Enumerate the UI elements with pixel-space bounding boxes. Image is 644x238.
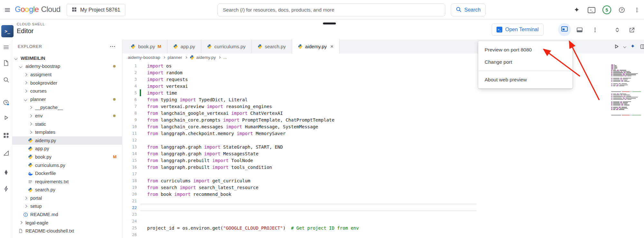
gem-icon[interactable]: [3, 169, 10, 176]
tree-item-aidemy-boostrap[interactable]: aidemy-boostrap: [12, 62, 122, 71]
active-sessions-badge[interactable]: 5: [602, 5, 611, 14]
tree-item-app-py[interactable]: app.py: [12, 145, 122, 153]
panel-drag-handle[interactable]: [323, 23, 336, 24]
list-file-icon: [28, 179, 33, 184]
run-options-chevron-icon[interactable]: [623, 45, 626, 48]
chevron-down-icon: [14, 57, 17, 60]
run-debug-icon[interactable]: [3, 114, 10, 121]
open-terminal-button[interactable]: >_ Open Terminal: [492, 23, 544, 36]
more-options-icon[interactable]: [633, 6, 641, 14]
code-line: 22: [122, 204, 644, 211]
tree-item-readme-md[interactable]: README.md: [12, 210, 122, 219]
main-menu-icon[interactable]: [4, 6, 11, 14]
help-icon[interactable]: ?: [618, 6, 626, 14]
code-line-text: from langgraph.prebuilt import tools_con…: [147, 165, 272, 170]
tab-close-icon[interactable]: ×: [330, 43, 334, 50]
folder-chevron: [18, 65, 23, 68]
breadcrumb-item-[interactable]: ...: [223, 55, 227, 60]
file-tree: WEIMEILINaidemy-boostrapassigmentbookpro…: [12, 54, 122, 235]
chevron-right-icon: [29, 106, 32, 109]
shell-more-options-icon[interactable]: [591, 26, 599, 34]
tree-item-weimeilin[interactable]: WEIMEILIN: [12, 54, 122, 62]
search-panel-icon[interactable]: [3, 76, 10, 83]
explorer-more-actions-icon[interactable]: [109, 45, 116, 48]
gemini-sparkle-icon[interactable]: [573, 6, 581, 14]
code-line: 6from typing import TypedDict, Literal: [122, 96, 644, 103]
tree-item-requirements-txt[interactable]: requirements.txt: [12, 178, 122, 186]
cloud-shell-toggle-icon[interactable]: >_: [588, 6, 595, 14]
line-number: 26: [122, 232, 137, 237]
files-icon[interactable]: [3, 60, 10, 67]
breadcrumb-item-planner[interactable]: planner: [168, 55, 182, 60]
python-file-icon: [28, 146, 33, 151]
history-icon[interactable]: [3, 99, 10, 106]
tree-item-pycache[interactable]: __pycache__: [12, 104, 122, 112]
web-preview-button[interactable]: [558, 23, 571, 36]
tree-item-label: env: [35, 113, 43, 118]
tree-item-readme-cloudshell-txt[interactable]: README-cloudshell.txt: [12, 227, 122, 235]
ruler-icon[interactable]: [3, 150, 10, 157]
tab-search-py[interactable]: search.py: [252, 40, 292, 53]
gemini-code-assist-icon[interactable]: [630, 44, 636, 50]
tree-item-portal[interactable]: portal: [12, 194, 122, 202]
tree-item-courses[interactable]: courses: [12, 87, 122, 95]
minimap[interactable]: [611, 64, 641, 117]
tab-book-py[interactable]: book.pyM: [125, 40, 167, 53]
split-editor-icon[interactable]: [640, 43, 644, 50]
code-line-text: from langgraph.checkpoint.memory import …: [147, 131, 286, 136]
tree-item-assigment[interactable]: assigment: [12, 70, 122, 79]
expand-collapse-icon[interactable]: [613, 26, 621, 34]
project-selector[interactable]: My Project 58761: [67, 4, 125, 16]
chevron-right-icon: [19, 221, 22, 224]
code-line: 18from curriculums import get_curriculum: [122, 177, 644, 184]
tab-aidemy-py[interactable]: aidemy.py×: [292, 40, 340, 53]
global-search-input[interactable]: [217, 4, 445, 16]
tree-item-bookprovider[interactable]: bookprovider: [12, 79, 122, 87]
tree-item-label: aidemy.py: [35, 138, 56, 143]
breadcrumb-item-aidemy-boostrap[interactable]: aidemy-boostrap: [128, 55, 160, 60]
tree-item-search-py[interactable]: search.py: [12, 186, 122, 194]
activity-bar: [0, 40, 12, 238]
menu-item-preview-on-port-8080[interactable]: Preview on port 8080: [478, 44, 573, 56]
tree-item-setup[interactable]: setup: [12, 202, 122, 211]
tree-item-label: README.md: [30, 212, 58, 217]
tree-item-aidemy-py[interactable]: aidemy.py: [12, 136, 122, 145]
tree-item-dockerfile[interactable]: Dockerfile: [12, 169, 122, 178]
code-line: 20from book import recommend_book: [122, 191, 644, 197]
tree-item-templates[interactable]: templates: [12, 128, 122, 136]
line-number: 13: [122, 144, 137, 149]
tree-item-label: app.py: [35, 146, 49, 151]
line-number: 9: [122, 117, 137, 122]
breadcrumb-item-aidemy-py[interactable]: aidemy.py: [190, 55, 216, 60]
tree-item-static[interactable]: static: [12, 120, 122, 128]
tree-item-label: planner: [30, 97, 46, 102]
run-file-icon[interactable]: [613, 43, 620, 50]
folder-chevron: [28, 106, 33, 109]
modified-dot: [113, 98, 116, 101]
tree-item-planner[interactable]: planner: [12, 95, 122, 104]
code-line: 10from langchain_core.messages import Hu…: [122, 123, 644, 130]
tree-item-book-py[interactable]: book.pyM: [12, 153, 122, 161]
search-button[interactable]: Search: [451, 4, 486, 16]
code-line-text: from langchain_core.prompts import Promp…: [147, 117, 335, 123]
tree-item-curriculums-py[interactable]: curriculums.py: [12, 161, 122, 169]
toggle-terminal-panel-icon[interactable]: [576, 26, 583, 34]
tab-app-py[interactable]: app.py: [167, 40, 201, 53]
explorer-menu-icon[interactable]: [3, 44, 10, 51]
extensions-icon[interactable]: [3, 132, 10, 139]
tab-curriculums-py[interactable]: curriculums.py: [201, 40, 252, 53]
chevron-right-icon: [29, 123, 32, 125]
menu-item-change-port[interactable]: Change port: [478, 56, 573, 68]
tree-item-legal-eagle[interactable]: legal-eagle: [12, 219, 122, 227]
code-line: 16from langgraph.prebuilt import tools_c…: [122, 164, 644, 170]
open-in-new-window-icon[interactable]: [628, 26, 636, 34]
line-number: 8: [122, 111, 137, 115]
tree-item-label: courses: [30, 88, 47, 94]
tree-item-label: __pycache__: [35, 105, 63, 110]
tab-label: app.py: [181, 44, 195, 49]
lightning-icon[interactable]: [3, 185, 10, 192]
line-number: 20: [122, 192, 137, 197]
tree-item-env[interactable]: env: [12, 112, 122, 120]
menu-item-about-web-preview[interactable]: About web preview: [478, 74, 573, 86]
cloud-shell-logo: >_: [1, 25, 14, 37]
